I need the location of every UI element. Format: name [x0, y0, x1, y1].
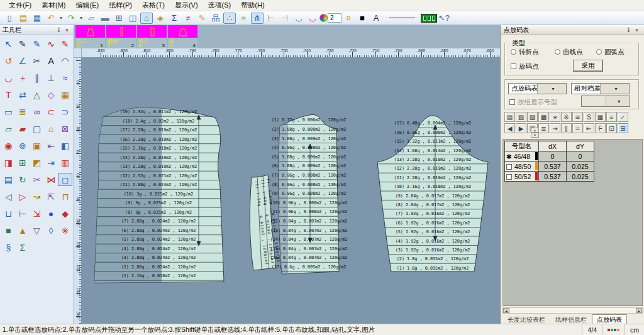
work-piece-icon[interactable]: ⌂ [140, 13, 153, 24]
pattern-canvas[interactable]: (19) 1.32g , 0.011m2 , 120g/m2(18) 2.4g … [82, 58, 500, 324]
filled-box-icon[interactable]: ▣ [30, 139, 44, 152]
wave-curve-icon[interactable]: ∿ [44, 37, 58, 50]
new-file-icon[interactable]: ▯ [3, 13, 16, 24]
undo-dropdown-icon[interactable]: ▾ [58, 13, 64, 24]
color-swatch-icon[interactable]: ■ [356, 13, 369, 24]
close-icon[interactable]: × [633, 26, 641, 34]
half-left-icon[interactable]: ◧ [58, 139, 72, 152]
brush-icon[interactable]: ✎ [196, 13, 208, 24]
pattern-window-icon[interactable]: ◫ [126, 13, 139, 24]
ring-icon[interactable]: ⊚ [16, 139, 30, 152]
red-pencil-icon[interactable]: ✎ [58, 37, 72, 50]
menu-编辑[interactable]: 编辑(E) [71, 0, 104, 11]
size-name-cell[interactable]: ✱ 46/48 [505, 151, 539, 162]
turnstile-icon[interactable]: ⊢ [16, 207, 30, 220]
reference-mark-icon[interactable]: ※ [58, 224, 72, 237]
scroll-left-icon[interactable]: ◄ [503, 308, 509, 313]
triangle-up-icon[interactable]: ▲ [16, 224, 30, 237]
dy-cell[interactable]: 0.025 [567, 162, 594, 172]
piece-thumbnail-袖[interactable]: 袖44 [168, 25, 197, 48]
diamond-icon[interactable]: ◇ [44, 88, 58, 101]
menu-素材[interactable]: 素材(M) [36, 0, 71, 11]
tree-chart-icon[interactable]: 品 [209, 13, 222, 24]
eraser-icon[interactable]: ▱ [85, 13, 97, 24]
horizontal-fill-icon[interactable]: ▤ [1, 173, 16, 186]
size-lock-icon[interactable]: S [584, 112, 594, 122]
front-piece[interactable]: (1) 0.72g , 0.006m2 , 120g/m2(2) 1.08g ,… [270, 114, 348, 278]
panel-scrollbar[interactable]: ◄► [502, 307, 643, 314]
size-name-cell[interactable]: 48/50 [505, 162, 539, 172]
house-piece-icon[interactable]: ⌂ [44, 122, 58, 135]
half-top-icon[interactable]: ◩ [30, 156, 44, 169]
sigma-tool-icon[interactable]: Σ [16, 241, 30, 254]
context-help-icon[interactable]: ↖? [438, 13, 450, 24]
pen-line-icon[interactable]: ✎ [30, 37, 44, 50]
color-lines-icon[interactable]: ≠ [182, 13, 194, 24]
refresh-icon[interactable]: ↻ [16, 173, 30, 186]
subset-right-icon[interactable]: ⊃ [58, 105, 72, 118]
measure-b-icon[interactable]: ⊣ [279, 13, 291, 24]
checkbox-icon[interactable] [506, 174, 512, 180]
dy-cell[interactable]: 0 [567, 151, 594, 162]
cap-icon[interactable]: ⊓ [58, 190, 72, 203]
size-table-row[interactable]: 50/520.5370.025 [505, 172, 594, 182]
undo-icon[interactable]: ↶ [45, 13, 57, 24]
arc-top-icon[interactable]: ◠ [58, 54, 72, 67]
t-square-icon[interactable]: T [1, 88, 16, 101]
grid-table-icon[interactable]: ⊞ [113, 13, 125, 24]
angle-grade-icon[interactable]: ⊡ [606, 123, 617, 133]
tab-left-icon[interactable]: ⇤ [44, 139, 58, 152]
u-curve2-icon[interactable]: ◡ [306, 13, 319, 24]
diamond-filled-icon[interactable]: ◆ [58, 207, 72, 220]
paste-grade-icon[interactable]: ▩ [538, 112, 549, 122]
piece-thumbnail-后片[interactable]: 后片21 [75, 25, 105, 48]
rotate-arrow-icon[interactable]: ↺ [1, 54, 16, 67]
sum-icon[interactable]: Σ [168, 13, 180, 24]
swap-grade-icon[interactable]: ∗ [550, 112, 560, 122]
tab-right-icon[interactable]: ⇥ [44, 156, 58, 169]
scroll-right-icon[interactable]: ► [636, 308, 642, 313]
group-size-select[interactable]: ▼ [581, 96, 630, 107]
triangle-down-icon[interactable]: ▽ [30, 224, 44, 237]
add-point-icon[interactable]: ＋ [16, 71, 30, 84]
section-icon[interactable]: § [1, 241, 16, 254]
angle-tool-icon[interactable]: ∠ [16, 54, 30, 67]
shift-right-icon[interactable]: ⇥ [550, 123, 560, 133]
infinity-icon[interactable]: ∞ [30, 105, 44, 118]
tri-left-icon[interactable]: ◁ [1, 190, 16, 203]
zoom-level-input[interactable] [328, 13, 341, 23]
select-arrow-icon[interactable]: ↖ [1, 37, 16, 50]
color-wheel-icon[interactable] [319, 14, 328, 22]
value-stepper[interactable]: ▲▼ [531, 128, 539, 138]
menu-显示[interactable]: 显示(V) [170, 0, 203, 11]
grade-check-icon[interactable]: ✓ [618, 112, 628, 122]
radio-curve-point[interactable]: 曲线点 [555, 48, 583, 57]
back-piece[interactable]: (19) 1.32g , 0.011m2 , 120g/m2(18) 2.4g … [91, 102, 226, 287]
menu-帮助[interactable]: 帮助(H) [236, 0, 269, 11]
line-style-select[interactable]: ·· [384, 14, 419, 23]
target-icon[interactable]: ◉ [1, 139, 16, 152]
drill-tool-icon[interactable]: ⋔ [251, 13, 264, 24]
pin-icon[interactable]: ↧ [625, 26, 633, 34]
pin-icon[interactable]: ↧ [55, 26, 63, 34]
grade-list-icon[interactable]: ≡ [606, 112, 617, 122]
box-select-icon[interactable]: ◻ [58, 173, 72, 186]
balance-icon[interactable]: ≍ [572, 123, 583, 133]
dot-tool-icon[interactable]: ● [44, 207, 58, 220]
cup-icon[interactable]: ⊔ [1, 207, 16, 220]
tab-纸样信息栏[interactable]: 纸样信息栏 [550, 314, 592, 324]
group-display-checkbox[interactable]: 按组显示号型 [509, 98, 557, 107]
copy-grade-icon[interactable]: ▤ [504, 112, 515, 122]
grid-fill-icon[interactable]: ▦ [58, 88, 72, 101]
subset-left-icon[interactable]: ⊂ [44, 105, 58, 118]
parallel-icon[interactable]: ∥ [30, 71, 44, 84]
point-plot-icon[interactable]: ∴ [223, 13, 236, 24]
prev-size-icon[interactable]: ◀ [504, 123, 515, 133]
spread-partial-icon[interactable]: ≋ [572, 112, 583, 122]
scissors-icon[interactable]: ✂ [30, 54, 44, 67]
pen-point-icon[interactable]: ✎ [16, 37, 30, 50]
piece-thumbnail-前片[interactable]: 前片43 [137, 25, 167, 48]
corner-in-icon[interactable]: ⇱ [44, 190, 58, 203]
boxed-x-icon[interactable]: ⊠ [58, 122, 72, 135]
checkbox-icon[interactable] [506, 164, 512, 170]
